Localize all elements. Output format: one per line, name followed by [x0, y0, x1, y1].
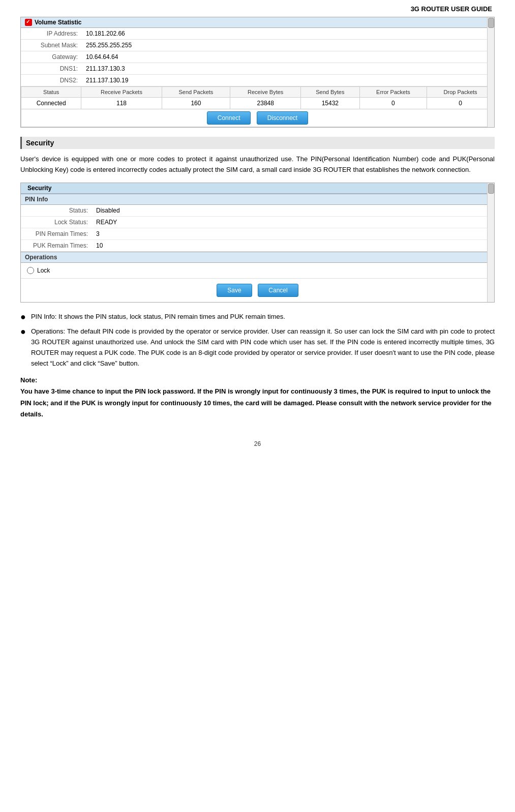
page-header: 3G ROUTER USER GUIDE — [20, 5, 495, 13]
note-text: You have 3-time chance to input the PIN … — [20, 387, 492, 417]
disconnect-button[interactable]: Disconnect — [257, 111, 308, 125]
table-row: Status: Disabled — [21, 205, 494, 217]
list-item: ● PIN Info: It shows the PIN status, loc… — [20, 312, 495, 323]
gateway-label: Gateway: — [21, 51, 82, 63]
col-receive-packets: Receive Packets — [81, 87, 162, 98]
pin-info-table: Status: Disabled Lock Status: READY PIN … — [21, 205, 494, 252]
note-section: Note: You have 3-time chance to input th… — [20, 375, 495, 419]
security-heading: Security — [20, 137, 495, 149]
lock-label-text: Lock — [37, 267, 50, 274]
table-row: PUK Remain Times: 10 — [21, 239, 494, 251]
page-number: 26 — [20, 440, 495, 447]
gateway-value: 10.64.64.64 — [82, 51, 494, 63]
lock-status-label: Lock Status: — [21, 216, 92, 228]
lock-status-value: READY — [92, 216, 494, 228]
dns1-value: 211.137.130.3 — [82, 63, 494, 75]
ip-label: IP Address: — [21, 28, 82, 40]
puk-remain-label: PUK Remain Times: — [21, 239, 92, 251]
security-btn-row: Save Cancel — [21, 279, 494, 302]
stat-send-bytes: 15432 — [301, 98, 359, 109]
table-row: DNS1: 211.137.130.3 — [21, 63, 494, 75]
pin-remain-value: 3 — [92, 228, 494, 239]
btn-row: Connect Disconnect — [21, 109, 494, 127]
volume-statistic-panel: Volume Statistic IP Address: 10.181.202.… — [20, 17, 495, 128]
security-panel: Security PIN Info Status: Disabled Lock … — [20, 183, 495, 303]
bullet-icon: ● — [20, 326, 26, 338]
operations-bar: Operations — [21, 252, 494, 263]
table-row: Subnet Mask: 255.255.255.255 — [21, 40, 494, 51]
stat-status: Connected — [21, 98, 81, 109]
table-row: Gateway: 10.64.64.64 — [21, 51, 494, 63]
dns2-value: 211.137.130.19 — [82, 75, 494, 86]
bullet-text-1: PIN Info: It shows the PIN status, lock … — [31, 312, 285, 322]
volume-panel-title-bar: Volume Statistic — [21, 17, 494, 28]
stats-data-row: Connected 118 160 23848 15432 0 0 — [21, 98, 494, 109]
stats-header-row: Status Receive Packets Send Packets Rece… — [21, 87, 494, 98]
pin-remain-label: PIN Remain Times: — [21, 228, 92, 239]
stats-table: Status Receive Packets Send Packets Rece… — [21, 86, 494, 127]
security-description: User's device is equipped with one or mo… — [20, 154, 495, 175]
col-send-bytes: Send Bytes — [301, 87, 359, 98]
puk-remain-value: 10 — [92, 239, 494, 251]
bullet-list: ● PIN Info: It shows the PIN status, loc… — [20, 312, 495, 369]
table-row: PIN Remain Times: 3 — [21, 228, 494, 239]
list-item: ● Operations: The default PIN code is pr… — [20, 326, 495, 369]
ip-info-table: IP Address: 10.181.202.66 Subnet Mask: 2… — [21, 28, 494, 86]
pin-status-value: Disabled — [92, 205, 494, 217]
dns2-label: DNS2: — [21, 75, 82, 86]
pin-status-label: Status: — [21, 205, 92, 217]
connect-button[interactable]: Connect — [207, 111, 251, 125]
dns1-label: DNS1: — [21, 63, 82, 75]
subnet-label: Subnet Mask: — [21, 40, 82, 51]
table-row: DNS2: 211.137.130.19 — [21, 75, 494, 86]
bullet-text-2: Operations: The default PIN code is prov… — [31, 326, 495, 369]
lock-radio-label[interactable]: Lock — [27, 267, 488, 274]
pin-info-bar: PIN Info — [21, 194, 494, 205]
stat-send-packets: 160 — [162, 98, 230, 109]
lock-radio-button[interactable] — [27, 267, 34, 274]
stat-error-packets: 0 — [359, 98, 427, 109]
stat-receive-bytes: 23848 — [230, 98, 301, 109]
header-title: 3G ROUTER USER GUIDE — [411, 5, 492, 13]
table-row: IP Address: 10.181.202.66 — [21, 28, 494, 40]
col-receive-bytes: Receive Bytes — [230, 87, 301, 98]
col-status: Status — [21, 87, 81, 98]
volume-panel-title: Volume Statistic — [35, 19, 81, 26]
table-row: Lock Status: READY — [21, 216, 494, 228]
col-send-packets: Send Packets — [162, 87, 230, 98]
security-panel-title-bar: Security — [21, 183, 494, 194]
operations-content: Lock — [21, 263, 494, 279]
col-drop-packets: Drop Packets — [427, 87, 494, 98]
note-label: Note: — [20, 376, 37, 384]
ip-value: 10.181.202.66 — [82, 28, 494, 40]
subnet-value: 255.255.255.255 — [82, 40, 494, 51]
panel-check-icon — [25, 19, 32, 26]
stat-drop-packets: 0 — [427, 98, 494, 109]
security-panel-title: Security — [27, 185, 51, 192]
col-error-packets: Error Packets — [359, 87, 427, 98]
bullet-icon: ● — [20, 312, 26, 323]
cancel-button[interactable]: Cancel — [258, 284, 298, 297]
stat-receive-packets: 118 — [81, 98, 162, 109]
save-button[interactable]: Save — [217, 284, 252, 297]
